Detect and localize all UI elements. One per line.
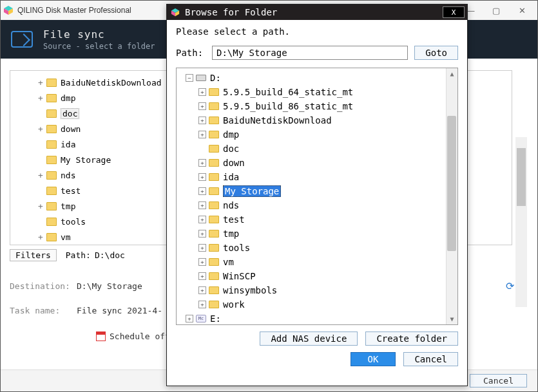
- task-name-label: Task name:: [6, 306, 77, 315]
- folder-icon: [209, 159, 219, 167]
- expand-icon[interactable]: +: [36, 201, 45, 211]
- ok-button[interactable]: OK: [351, 352, 396, 366]
- add-nas-button[interactable]: Add NAS device: [260, 331, 358, 346]
- folder-icon: [209, 88, 219, 96]
- tree-item[interactable]: +BaiduNetdiskDownload: [180, 113, 457, 127]
- tree-scrollbar[interactable]: ▲ ▼: [446, 68, 457, 324]
- tree-item[interactable]: +McE:: [180, 312, 457, 325]
- drive-icon: [196, 75, 206, 81]
- tree-item[interactable]: +down: [180, 156, 457, 170]
- tree-item[interactable]: +vm: [180, 255, 457, 269]
- tree-item-label: tools: [223, 243, 250, 253]
- expand-icon[interactable]: +: [186, 315, 193, 322]
- folder-icon: [46, 109, 57, 118]
- expand-icon[interactable]: +: [198, 230, 206, 238]
- tree-item[interactable]: +winsymbols: [180, 283, 457, 297]
- expand-icon[interactable]: +: [36, 232, 45, 242]
- dialog-close-button[interactable]: X: [443, 6, 465, 18]
- page-title: File sync: [43, 28, 155, 41]
- dialog-titlebar[interactable]: Browse for Folder X: [167, 5, 467, 20]
- folder-icon: [46, 218, 57, 226]
- expand-icon[interactable]: +: [198, 272, 206, 280]
- expand-icon[interactable]: +: [198, 117, 206, 124]
- tree-item[interactable]: doc: [180, 142, 457, 156]
- expand-icon[interactable]: +: [198, 201, 206, 209]
- tree-item-label: tools: [61, 217, 86, 227]
- dialog-cancel-button[interactable]: Cancel: [403, 352, 458, 366]
- path-value: D:\doc: [95, 250, 125, 260]
- tree-item-label: BaiduNetdiskDownload: [223, 115, 332, 126]
- folder-icon: [46, 94, 57, 102]
- scroll-down-icon[interactable]: ▼: [447, 313, 457, 324]
- expand-icon[interactable]: +: [36, 93, 45, 103]
- goto-button[interactable]: Goto: [414, 46, 458, 60]
- tree-item[interactable]: +My Storage: [180, 184, 457, 198]
- folder-icon: [209, 102, 219, 110]
- folder-icon: [209, 201, 219, 209]
- expand-icon[interactable]: −: [186, 74, 193, 82]
- folder-icon: [209, 286, 219, 294]
- page-subtitle: Source - select a folder: [43, 42, 155, 51]
- app-logo-icon: [3, 5, 14, 15]
- tree-item-label: E:: [210, 313, 221, 324]
- folder-tree[interactable]: −D:+5.9.5_build_64_static_mt+5.9.5_build…: [176, 68, 458, 325]
- expand-icon[interactable]: +: [198, 187, 206, 195]
- expand-icon[interactable]: +: [198, 159, 206, 167]
- folder-icon: [209, 145, 219, 153]
- sync-icon: [11, 31, 33, 48]
- expand-icon[interactable]: +: [198, 88, 206, 96]
- tree-item-label: down: [223, 158, 245, 168]
- dialog-icon: [171, 8, 180, 17]
- tree-item-label: My Storage: [61, 155, 111, 165]
- filters-button[interactable]: Filters: [10, 249, 57, 261]
- expand-icon[interactable]: +: [198, 216, 206, 223]
- tree-item-label: 5.9.5_build_86_static_mt: [223, 101, 353, 111]
- scrollbar-thumb[interactable]: [517, 148, 526, 206]
- expand-icon[interactable]: +: [198, 173, 206, 181]
- expand-icon[interactable]: +: [36, 124, 45, 134]
- expand-icon[interactable]: +: [198, 244, 206, 252]
- tree-item[interactable]: +work: [180, 297, 457, 312]
- path-input[interactable]: [212, 46, 408, 60]
- tree-item[interactable]: +nds: [180, 198, 457, 212]
- close-button[interactable]: ✕: [509, 3, 535, 18]
- tree-item-label: ida: [223, 172, 239, 182]
- tree-item-label: work: [223, 299, 245, 310]
- tree-item-label: nds: [223, 200, 239, 210]
- expand-icon[interactable]: +: [198, 131, 206, 138]
- refresh-icon[interactable]: ⟳: [506, 280, 514, 292]
- folder-icon: [209, 187, 219, 195]
- folder-icon: [209, 244, 219, 252]
- tree-item[interactable]: +test: [180, 212, 457, 227]
- path-label: Path:: [176, 48, 206, 58]
- tree-item-label: WinSCP: [223, 271, 256, 281]
- tree-item[interactable]: +5.9.5_build_64_static_mt: [180, 85, 457, 99]
- expand-icon[interactable]: +: [198, 102, 206, 110]
- folder-icon: [209, 230, 219, 238]
- tree-item[interactable]: +WinSCP: [180, 269, 457, 283]
- expand-icon[interactable]: +: [36, 171, 45, 180]
- expand-icon[interactable]: [198, 145, 206, 153]
- tree-item-label: D:: [210, 73, 221, 83]
- tree-item[interactable]: +5.9.5_build_86_static_mt: [180, 99, 457, 113]
- tree-scrollbar-thumb[interactable]: [447, 116, 456, 251]
- expand-icon[interactable]: +: [36, 78, 45, 88]
- tree-item[interactable]: +tools: [180, 241, 457, 255]
- expand-icon[interactable]: +: [198, 286, 206, 294]
- folder-icon: [209, 272, 219, 280]
- cancel-button[interactable]: Cancel: [470, 374, 527, 387]
- maximize-button[interactable]: ▢: [483, 3, 509, 18]
- dialog-prompt: Please select a path.: [176, 26, 458, 37]
- tree-item[interactable]: +dmp: [180, 127, 457, 142]
- scroll-up-icon[interactable]: ▲: [447, 68, 457, 79]
- destination-value: D:\My Storage: [77, 281, 142, 291]
- expand-icon[interactable]: +: [198, 258, 206, 266]
- tree-item-label: doc: [223, 144, 239, 154]
- folder-icon: [209, 117, 219, 124]
- create-folder-button[interactable]: Create folder: [365, 331, 458, 346]
- tree-item[interactable]: +tmp: [180, 227, 457, 241]
- tree-item-label: test: [223, 214, 245, 225]
- tree-item[interactable]: −D:: [180, 71, 457, 85]
- tree-item[interactable]: +ida: [180, 170, 457, 184]
- expand-icon[interactable]: +: [198, 301, 206, 308]
